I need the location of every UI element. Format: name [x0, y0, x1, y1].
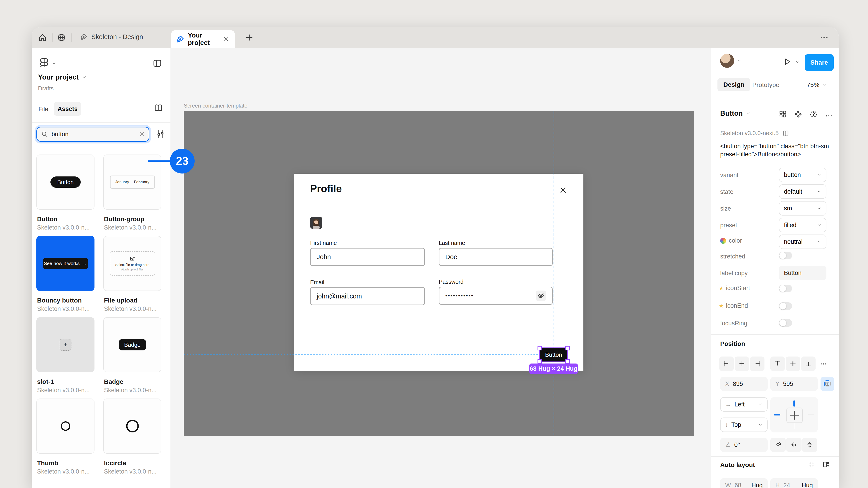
eye-off-icon[interactable]	[536, 291, 546, 301]
canvas[interactable]: Screen container-template Profile First …	[170, 48, 711, 488]
rotation-input[interactable]: ∠0°	[720, 438, 768, 452]
color-select[interactable]: neutral	[779, 234, 827, 249]
asset-card-file-upload[interactable]: Select file or drag here Attach up to 2 …	[103, 236, 161, 291]
chevron-down-icon	[746, 111, 751, 116]
tab-assets[interactable]: Assets	[54, 102, 81, 116]
share-button[interactable]: Share	[805, 54, 834, 71]
focusring-toggle[interactable]	[779, 319, 792, 327]
add-autolayout-icon[interactable]	[822, 461, 830, 468]
asset-card-li-circle[interactable]	[103, 398, 161, 454]
search-input[interactable]: button	[36, 127, 149, 142]
swap-instance-icon[interactable]	[810, 110, 817, 118]
asset-card-badge[interactable]: Badge	[103, 317, 161, 372]
constraint-bottom-pin[interactable]	[794, 423, 794, 429]
align-left-button[interactable]	[719, 357, 734, 371]
chevron-down-icon[interactable]	[795, 60, 800, 65]
flip-vertical-button[interactable]	[802, 438, 817, 452]
rotate-button[interactable]	[770, 438, 786, 452]
shrink-icon[interactable]	[808, 461, 815, 468]
prop-label: preset	[720, 222, 737, 229]
asset-subtitle: Skeleton v3.0.0-n...	[37, 224, 100, 231]
align-h-center-button[interactable]	[735, 357, 749, 371]
size-select[interactable]: sm	[779, 201, 827, 216]
size-badge: 68 Hug × 24 Hug	[529, 363, 578, 374]
home-button[interactable]	[36, 31, 49, 44]
clear-search-icon[interactable]	[139, 131, 145, 137]
align-top-button[interactable]	[770, 357, 785, 371]
component-icon[interactable]	[794, 110, 802, 118]
x-position-input[interactable]: X895	[720, 377, 768, 391]
account-menu[interactable]	[720, 54, 741, 68]
w-mode[interactable]: Hug	[751, 482, 763, 488]
h-mode[interactable]: Hug	[802, 482, 813, 488]
password-input[interactable]: •••••••••••	[439, 287, 553, 305]
v-constraint-select[interactable]: ↕ Top	[720, 418, 768, 432]
constraint-right-pin[interactable]	[808, 415, 814, 415]
constraint-widget[interactable]	[770, 397, 818, 432]
library-book-icon[interactable]	[154, 103, 163, 112]
state-select[interactable]: default	[779, 184, 827, 199]
email-input[interactable]: john@mail.com	[310, 287, 425, 305]
chevron-down-icon	[758, 402, 763, 407]
constraints-button[interactable]	[820, 377, 834, 391]
frame-label[interactable]: Screen container-template	[184, 103, 247, 109]
constraint-top-pin[interactable]	[794, 400, 795, 407]
main-menu-button[interactable]	[39, 58, 49, 67]
iconstart-toggle[interactable]	[779, 285, 792, 292]
asset-subtitle: Skeleton v3.0.0-n...	[37, 468, 100, 475]
more-icon[interactable]	[825, 112, 833, 120]
height-input[interactable]: H 24 Hug	[770, 478, 818, 488]
tab-design[interactable]: Design	[717, 78, 750, 91]
filter-icon[interactable]	[156, 129, 165, 139]
asset-title: li:circle	[104, 459, 167, 467]
iconend-toggle[interactable]	[779, 302, 792, 310]
asset-card-slot-1[interactable]: +	[36, 317, 94, 372]
selection-handle[interactable]	[537, 346, 542, 350]
stretched-toggle[interactable]	[779, 252, 792, 259]
new-tab-button[interactable]	[243, 31, 256, 44]
align-right-button[interactable]	[750, 357, 765, 371]
tab-prototype[interactable]: Prototype	[752, 81, 779, 89]
community-button[interactable]	[55, 31, 68, 44]
constraint-left-pin[interactable]	[774, 414, 780, 416]
field-label: Email	[310, 279, 324, 286]
component-code[interactable]: <button type="button" class="btn btn-sm …	[720, 142, 836, 158]
selection-handle[interactable]	[565, 359, 569, 364]
horizontal-guide	[184, 355, 542, 355]
asset-card-bouncy-button[interactable]: See how it works →	[36, 236, 94, 291]
flip-horizontal-button[interactable]	[786, 438, 802, 452]
h-constraint-select[interactable]: ↔ Left	[720, 397, 768, 412]
width-input[interactable]: W 68 Hug	[720, 478, 768, 488]
present-button[interactable]	[783, 57, 792, 66]
chevron-down-icon	[758, 422, 763, 427]
tab-file[interactable]: File	[38, 106, 49, 113]
y-position-input[interactable]: Y595	[770, 377, 818, 391]
last-name-input[interactable]: Doe	[439, 248, 553, 266]
window-more-button[interactable]	[818, 31, 831, 44]
toggle-panel-button[interactable]	[153, 59, 162, 68]
close-tab-icon[interactable]	[223, 36, 229, 42]
asset-card-thumb[interactable]	[36, 398, 94, 454]
tab-your-project[interactable]: Your project	[171, 30, 235, 48]
zoom-menu[interactable]: 75%	[807, 81, 827, 89]
asset-card-button[interactable]: Button	[36, 155, 94, 210]
preset-select[interactable]: filled	[779, 218, 827, 232]
variant-select[interactable]: button	[779, 168, 827, 182]
close-icon[interactable]	[559, 186, 567, 194]
selection-handle[interactable]	[565, 346, 569, 350]
tab-skeleton-design[interactable]: Skeleton - Design	[80, 33, 143, 41]
align-v-center-button[interactable]	[786, 357, 800, 371]
instance-grid-icon[interactable]	[779, 110, 786, 118]
align-bottom-button[interactable]	[801, 357, 815, 371]
avatar[interactable]	[310, 217, 322, 229]
button-group-preview: January Fabruary	[110, 175, 155, 189]
align-more-button[interactable]	[819, 360, 827, 368]
library-row[interactable]: Skeleton v3.0.0-next.5	[720, 130, 789, 137]
selection-handle[interactable]	[537, 359, 542, 364]
component-name[interactable]: Button	[720, 109, 751, 118]
first-name-input[interactable]: John	[310, 248, 425, 266]
asset-card-button-group[interactable]: January Fabruary	[103, 155, 161, 210]
label-copy-input[interactable]: Button	[779, 266, 827, 280]
project-title[interactable]: Your project	[38, 73, 87, 81]
selected-button-element[interactable]: Button	[540, 348, 567, 361]
